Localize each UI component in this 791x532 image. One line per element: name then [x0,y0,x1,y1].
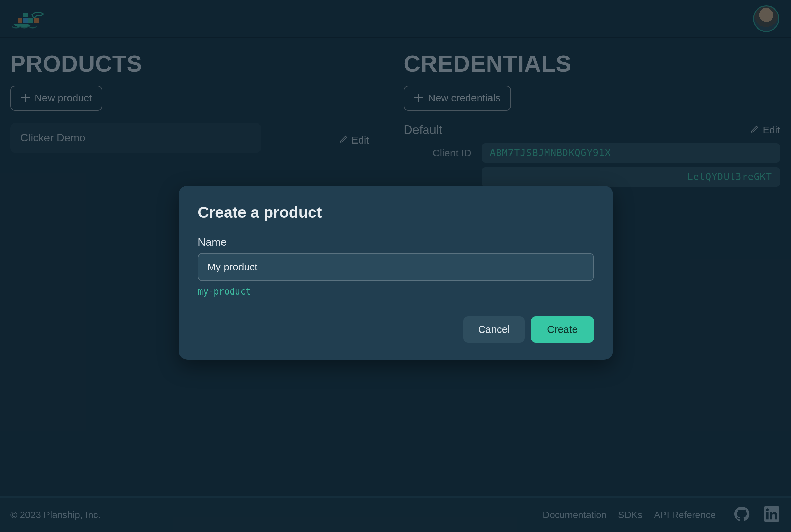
name-field-label: Name [198,236,594,248]
modal-title: Create a product [198,203,594,222]
modal-actions: Cancel Create [198,316,594,343]
create-button[interactable]: Create [531,316,594,343]
product-slug-preview: my-product [198,286,594,297]
create-product-modal: Create a product Name my-product Cancel … [179,186,613,360]
product-name-input[interactable] [198,253,594,281]
cancel-button[interactable]: Cancel [463,316,525,343]
